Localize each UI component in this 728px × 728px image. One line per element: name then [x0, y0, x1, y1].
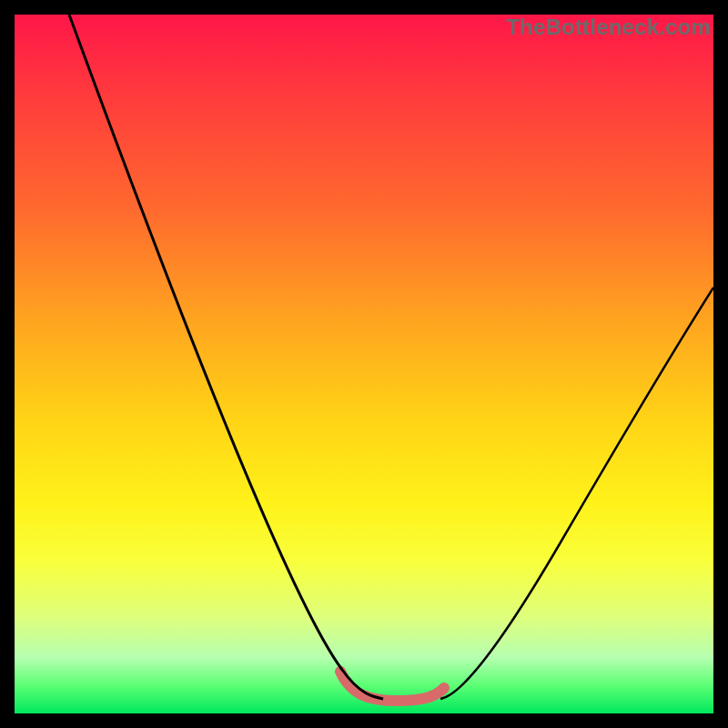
watermark-text: TheBottleneck.com	[506, 15, 711, 40]
curve-right	[440, 288, 713, 699]
curve-left	[69, 15, 383, 699]
chart-frame: TheBottleneck.com	[15, 15, 713, 713]
chart-svg	[15, 15, 713, 713]
